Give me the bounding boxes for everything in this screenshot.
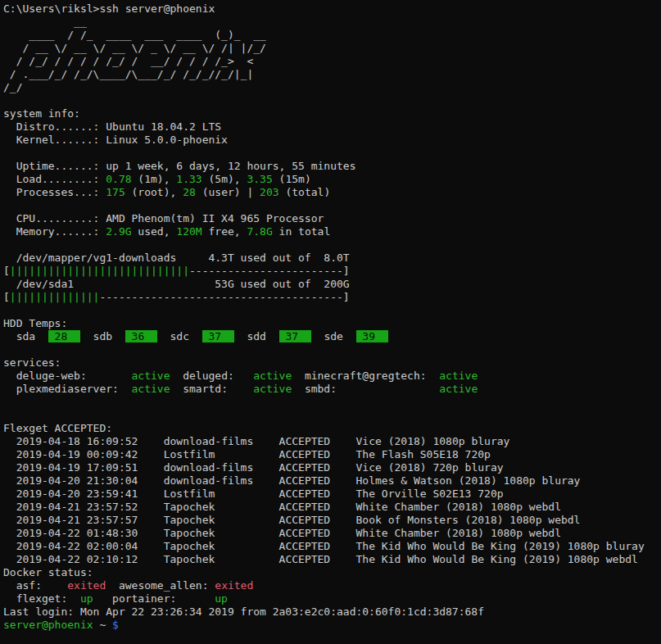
services-heading: services: <box>3 356 661 370</box>
flexget-time: 2019-04-22 01:48:30 <box>16 527 138 539</box>
flexget-time: 2019-04-22 02:10:12 <box>16 553 138 565</box>
text-segment: (15m) <box>273 173 311 185</box>
text-segment: /_/ <box>3 81 22 93</box>
blank-line <box>3 238 661 252</box>
drive-name: sdd <box>234 330 279 342</box>
value: Linux 5.0.0-phoenix <box>106 134 228 146</box>
flexget-status: ACCEPTED <box>279 527 331 539</box>
prompt-line[interactable]: server@phoenix ~ $ <box>3 619 661 632</box>
label: Distro......: <box>3 120 106 133</box>
temp-badge-sdb: 36 <box>125 330 157 342</box>
container-status: exited <box>67 579 106 592</box>
text-segment: (user) | <box>196 186 260 198</box>
blank-line <box>3 304 661 317</box>
label: Kernel......: <box>3 134 106 146</box>
text-segment <box>138 514 163 526</box>
bar-used: |||||||||||||| <box>10 291 100 303</box>
flexget-tracker: Lostfilm <box>164 448 279 460</box>
flexget-status: ACCEPTED <box>279 488 331 500</box>
disk-usage-bar-vg1: [||||||||||||||||||||||||||||-----------… <box>3 265 661 278</box>
text-segment: [ <box>3 265 10 277</box>
services-row: plexmediaserver: active smartd: active s… <box>3 383 661 396</box>
disk-name: /dev/sda1 <box>3 278 215 290</box>
command-line[interactable]: C:\Users\riksl>ssh server@phoenix <box>3 2 661 16</box>
text-segment <box>330 474 355 487</box>
bar-free: ------------------------ <box>189 265 343 277</box>
flexget-time: 2019-04-18 16:09:52 <box>16 435 138 447</box>
flexget-entry: 2019-04-19 00:09:42 Lostfilm ACCEPTED Th… <box>3 448 661 461</box>
flexget-time: 2019-04-21 23:57:57 <box>16 514 138 526</box>
label: Load........: <box>3 173 106 185</box>
text-segment: in total <box>273 225 330 238</box>
prompt-user-host: server@phoenix <box>3 619 93 631</box>
flexget-entry: 2019-04-20 23:59:41 Lostfilm ACCEPTED Th… <box>3 488 661 501</box>
disk-usage-text: 4.3T used out of 8.0T <box>208 252 349 264</box>
drive-name: sdc <box>157 330 202 342</box>
docker-heading: Docker status: <box>3 566 661 579</box>
flexget-time: 2019-04-20 21:30:04 <box>16 474 138 487</box>
text-segment <box>3 540 16 552</box>
disk-name: /dev/mapper/vg1-downloads <box>3 252 208 264</box>
flexget-tracker: Tapochek <box>164 553 279 565</box>
flexget-title: Vice (2018) 720p bluray <box>356 461 504 474</box>
container-name: asf: <box>3 579 67 592</box>
flexget-tracker: download-films <box>164 474 279 487</box>
flexget-status: ACCEPTED <box>279 501 331 513</box>
text-segment: Docker status: <box>3 566 93 578</box>
text-segment <box>330 527 355 539</box>
blank-line <box>3 396 661 409</box>
flexget-title: The Kid Who Would Be King (2019) 1080p b… <box>356 540 645 552</box>
text-segment <box>330 553 355 565</box>
disk-usage-vg1-downloads: /dev/mapper/vg1-downloads 4.3T used out … <box>3 252 661 265</box>
text-segment <box>3 527 16 539</box>
disk-usage-bar-sda1: [||||||||||||||-------------------------… <box>3 291 661 304</box>
ascii-art-line: / /_/ / / / / /_/ / __/ / / / /_> < <box>3 55 661 68</box>
flexget-entry: 2019-04-22 02:10:12 Tapochek ACCEPTED Th… <box>3 553 661 566</box>
flexget-title: Holmes & Watson (2018) 1080p bluray <box>356 474 581 487</box>
flexget-entry: 2019-04-22 02:00:04 Tapochek ACCEPTED Th… <box>3 540 661 553</box>
text-segment: [ <box>3 291 10 303</box>
flexget-entry: 2019-04-20 21:30:04 download-films ACCEP… <box>3 474 661 488</box>
flexget-entry: 2019-04-21 23:57:57 Tapochek ACCEPTED Bo… <box>3 514 661 527</box>
service-status: active <box>439 370 478 382</box>
text-segment: (root), <box>125 186 183 198</box>
text-segment: free, <box>202 225 247 238</box>
text-segment <box>138 553 163 565</box>
text-segment: __ <box>3 16 87 28</box>
container-name: awesome_allen: <box>106 579 215 592</box>
drive-name: sdb <box>80 330 125 342</box>
flexget-status: ACCEPTED <box>279 461 331 474</box>
services-row: deluge-web: active deluged: active minec… <box>3 370 661 383</box>
label: CPU.........: <box>3 212 106 224</box>
container-status: up <box>80 592 93 605</box>
flexget-status: ACCEPTED <box>279 553 331 565</box>
bar-used: |||||||||||||||||||||||||||| <box>10 265 189 277</box>
service-status: active <box>132 383 170 395</box>
flexget-title: The Orville S02E13 720p <box>356 488 504 500</box>
service-status: active <box>253 370 292 382</box>
text-segment <box>330 514 355 526</box>
text-segment: 203 <box>260 186 278 198</box>
text-segment: (total) <box>279 186 331 198</box>
container-name: flexget: <box>3 592 80 605</box>
ascii-art-line: / __ \/ __ \/ __ \/ _ \/ __ \/ /| |/_/ <box>3 42 661 55</box>
text-segment <box>3 435 16 447</box>
system-info-uptime: Uptime......: up 1 week, 6 days, 12 hour… <box>3 160 661 173</box>
service-status: active <box>132 370 170 382</box>
last-login-line: Last login: Mon Apr 22 23:26:34 2019 fro… <box>3 605 661 619</box>
service-name: deluge-web: <box>3 370 132 382</box>
text-segment <box>330 461 355 474</box>
label: Uptime......: <box>3 160 106 172</box>
flexget-tracker: download-films <box>164 461 279 474</box>
service-name: deluged: <box>170 370 254 382</box>
flexget-time: 2019-04-19 00:09:42 <box>16 448 138 460</box>
terminal-screen[interactable]: C:\Users\riksl>ssh server@phoenix __ ___… <box>0 0 661 644</box>
text-segment: 3.35 <box>247 173 272 185</box>
text-segment <box>3 474 16 487</box>
text-segment: (1m), <box>132 173 177 185</box>
flexget-title: The Kid Who Would Be King (2019) 1080p w… <box>356 553 638 565</box>
flexget-title: Book of Monsters (2018) 1080p webdl <box>356 514 581 526</box>
system-info-heading: system info: <box>3 107 661 120</box>
blank-line <box>3 94 661 107</box>
blank-line <box>3 147 661 160</box>
